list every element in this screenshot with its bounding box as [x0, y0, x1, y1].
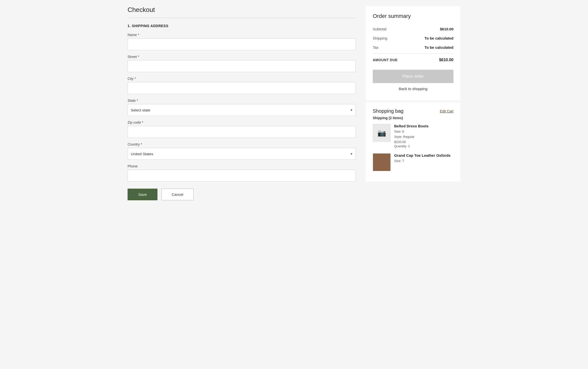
country-select[interactable]: United States Canada United Kingdom Aust…: [128, 148, 356, 160]
save-button[interactable]: Save: [128, 189, 157, 200]
cart-item-size: Size: 6: [394, 129, 453, 134]
name-input[interactable]: [128, 38, 356, 50]
cart-item-size: Size: 7: [394, 158, 453, 164]
summary-divider: [373, 53, 453, 54]
section-title-shipping: 1. SHIPPING ADDRESS: [128, 24, 356, 28]
cancel-button[interactable]: Cancel: [161, 189, 194, 200]
page-title: Checkout: [128, 6, 356, 14]
place-order-button[interactable]: Place order: [373, 70, 453, 83]
tax-value: To be calculated: [425, 45, 453, 50]
city-label: City *: [128, 77, 356, 81]
amount-due-row: AMOUNT DUE $610.00: [373, 55, 453, 65]
country-select-wrapper: United States Canada United Kingdom Aust…: [128, 148, 356, 160]
shipping-label: Shipping: [373, 36, 387, 40]
cart-item-name: Grand Cap Toe Leather Oxfords: [394, 153, 453, 158]
state-group: State * Select state Alabama Alaska Ariz…: [128, 99, 356, 116]
cart-item-details: Belted Dress Boots Size: 6 Style: Regula…: [394, 124, 453, 149]
cart-item-name: Belted Dress Boots: [394, 124, 453, 128]
country-label: Country *: [128, 142, 356, 146]
header-divider: [128, 18, 356, 18]
shipping-form: Name * Street * City * State * Select st…: [128, 33, 356, 200]
edit-cart-link[interactable]: Edit Cart: [440, 109, 453, 113]
tax-row: Tax To be calculated: [373, 43, 453, 52]
shipping-items-label: Shipping (2 items): [373, 116, 453, 120]
zip-input[interactable]: [128, 126, 356, 138]
amount-due-label: AMOUNT DUE: [373, 58, 398, 62]
shopping-bag-header: Shopping bag Edit Cart: [373, 108, 453, 114]
sidebar: Order summary Subtotal $610.00 Shipping …: [366, 6, 460, 182]
country-group: Country * United States Canada United Ki…: [128, 142, 356, 160]
cart-item-style: Style: Regular: [394, 134, 453, 140]
amount-due-value: $610.00: [439, 58, 453, 62]
shipping-value: To be calculated: [425, 36, 453, 40]
name-label: Name *: [128, 33, 356, 37]
cart-item-image-placeholder: 📷: [373, 124, 391, 142]
cart-item: 📷 Belted Dress Boots Size: 6 Style: Regu…: [373, 124, 453, 149]
zip-label: Zip code *: [128, 120, 356, 124]
name-group: Name *: [128, 33, 356, 50]
phone-group: Phone: [128, 164, 356, 182]
tax-label: Tax: [373, 45, 378, 50]
subtotal-label: Subtotal: [373, 27, 386, 31]
state-select-wrapper: Select state Alabama Alaska Arizona Cali…: [128, 104, 356, 116]
cart-item-quantity: Quantity: 1: [394, 144, 453, 149]
phone-label: Phone: [128, 164, 356, 168]
cart-item-price: $220.00: [394, 140, 453, 144]
street-label: Street *: [128, 55, 356, 59]
order-summary-title: Order summary: [373, 13, 453, 19]
order-summary-card: Order summary Subtotal $610.00 Shipping …: [366, 6, 460, 100]
phone-input[interactable]: [128, 170, 356, 182]
state-label: State *: [128, 99, 356, 103]
subtotal-value: $610.00: [440, 27, 453, 31]
cart-item-details: Grand Cap Toe Leather Oxfords Size: 7: [394, 153, 453, 171]
back-to-shopping-link[interactable]: Back to shopping: [373, 83, 453, 94]
cart-item: Grand Cap Toe Leather Oxfords Size: 7: [373, 153, 453, 171]
subtotal-row: Subtotal $610.00: [373, 24, 453, 34]
form-actions: Save Cancel: [128, 189, 356, 200]
city-group: City *: [128, 77, 356, 94]
image-icon: 📷: [377, 129, 386, 137]
shopping-bag-card: Shopping bag Edit Cart Shipping (2 items…: [366, 102, 460, 182]
cart-item-image-brown: [373, 153, 391, 171]
street-input[interactable]: [128, 60, 356, 72]
city-input[interactable]: [128, 82, 356, 94]
shipping-row: Shipping To be calculated: [373, 34, 453, 43]
zip-group: Zip code *: [128, 120, 356, 138]
street-group: Street *: [128, 55, 356, 72]
state-select[interactable]: Select state Alabama Alaska Arizona Cali…: [128, 104, 356, 116]
shopping-bag-title: Shopping bag: [373, 108, 403, 114]
